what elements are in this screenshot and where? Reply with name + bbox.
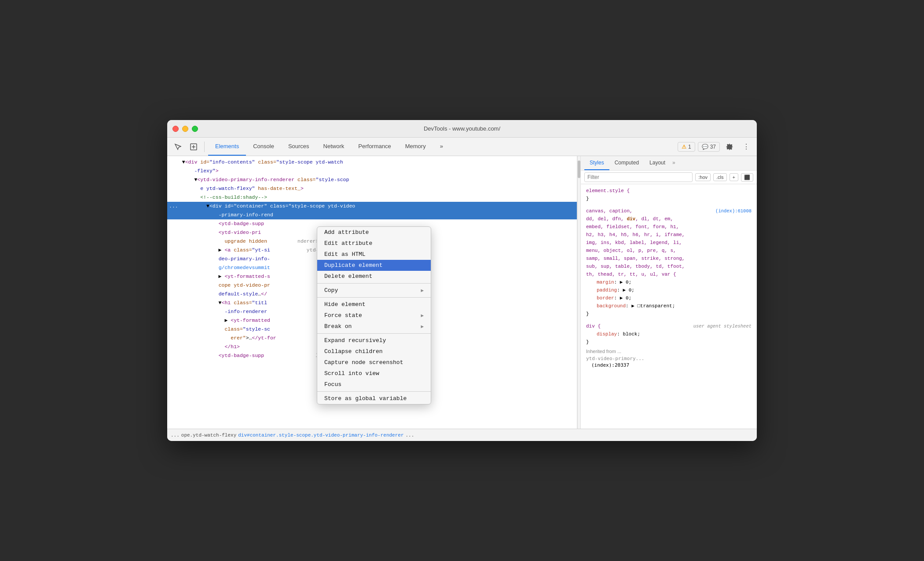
dom-line[interactable]: ▼<ytd-video-primary-info-renderer class=… (167, 175, 577, 184)
breadcrumb-dots-end: ... (406, 433, 414, 438)
minimize-button[interactable] (182, 126, 188, 132)
ctx-duplicate-element[interactable]: Duplicate element (317, 260, 431, 271)
maximize-button[interactable] (192, 126, 198, 132)
ctx-edit-as-html[interactable]: Edit as HTML (317, 249, 431, 260)
dom-line[interactable]: <!--css-build:shady--> (167, 193, 577, 202)
tab-console[interactable]: Console (246, 138, 281, 156)
ctx-separator-1 (317, 283, 431, 284)
panel-tabs: Styles Computed Layout » (581, 156, 757, 171)
info-count: 37 (710, 144, 716, 150)
breadcrumb-bar: ... ope.ytd-watch-flexy div#container.st… (167, 429, 757, 441)
dom-line-highlighted[interactable]: ... ▼<div id="container" class="style-sc… (167, 202, 577, 211)
submenu-arrow: ▶ (421, 288, 424, 293)
tab-layout[interactable]: Layout (644, 156, 671, 170)
more-options-button[interactable]: ⋮ (739, 141, 753, 153)
ctx-force-state[interactable]: Force state ▶ (317, 310, 431, 321)
ctx-delete-element[interactable]: Delete element (317, 271, 431, 282)
ctx-capture-node-screenshot[interactable]: Capture node screenshot (317, 357, 431, 368)
info-badge-button[interactable]: 💬 37 (698, 142, 720, 152)
info-icon: 💬 (702, 144, 708, 150)
dom-line[interactable]: -flexy"> (167, 167, 577, 175)
warning-icon: ⚠ (682, 144, 686, 150)
cursor-icon (174, 143, 181, 150)
toolbar-separator (204, 142, 205, 152)
breadcrumb-dots-start: ... (171, 433, 180, 438)
gear-icon (726, 143, 733, 150)
inherited-label: Inherited from ... (581, 347, 757, 356)
ctx-separator-3 (317, 333, 431, 334)
dom-line[interactable]: e ytd-watch-flexy" has-date-text_> (167, 184, 577, 193)
traffic-lights (172, 126, 198, 132)
styles-panel: Styles Computed Layout » :hov .cls + ⬛ (581, 156, 757, 429)
ctx-break-on[interactable]: Break on ▶ (317, 321, 431, 332)
dom-line-highlighted[interactable]: -primary-info-rend (167, 211, 577, 219)
main-content: ▼<div id="info-contents" class="style-sc… (167, 156, 757, 429)
styles-filter-bar: :hov .cls + ⬛ (581, 171, 757, 184)
ctx-separator-4 (317, 391, 431, 392)
warning-count: 1 (688, 144, 691, 150)
tab-styles[interactable]: Styles (584, 156, 609, 170)
window-title: DevTools - www.youtube.com/ (424, 125, 500, 132)
ctx-expand-recursively[interactable]: Expand recursively (317, 335, 431, 346)
inherited-selector: ytd-video-primory... (581, 356, 757, 361)
dom-scrollbar[interactable] (577, 156, 581, 429)
add-style-rule-button[interactable]: + (730, 173, 738, 181)
styles-content[interactable]: element.style { } canvas, caption, (inde… (581, 184, 757, 429)
breadcrumb-current[interactable]: div#container.style-scope.ytd-video-prim… (238, 433, 403, 438)
submenu-arrow-2: ▶ (421, 313, 424, 318)
tab-computed[interactable]: Computed (609, 156, 644, 170)
devtools-window: DevTools - www.youtube.com/ Elements Con… (167, 120, 757, 441)
tab-performance[interactable]: Performance (351, 138, 398, 156)
title-bar: DevTools - www.youtube.com/ (167, 120, 757, 138)
tab-bar: Elements Console Sources Network Perform… (208, 138, 676, 156)
dom-panel[interactable]: ▼<div id="info-contents" class="style-sc… (167, 156, 577, 429)
tab-elements[interactable]: Elements (208, 138, 246, 156)
tab-network[interactable]: Network (316, 138, 352, 156)
style-selector: element.style { (586, 188, 630, 193)
ua-comment: user agent stylesheet (693, 322, 752, 330)
cursor-tool-button[interactable] (171, 142, 185, 152)
warning-badge-button[interactable]: ⚠ 1 (678, 142, 695, 152)
style-props-block: margin: ▶ 0; padding: ▶ 0; border: ▶ 0; … (586, 278, 752, 310)
close-button[interactable] (172, 126, 179, 132)
toggle-computed-button[interactable]: ⬛ (741, 173, 753, 182)
ctx-hide-element[interactable]: Hide element (317, 299, 431, 310)
style-selector-2: canvas, caption, (586, 208, 633, 214)
style-selector-div: div { (586, 324, 601, 329)
style-rule-div: div { user agent stylesheet display: blo… (581, 321, 757, 347)
ctx-focus[interactable]: Focus (317, 379, 431, 390)
tab-sources[interactable]: Sources (281, 138, 316, 156)
toolbar-right: ⚠ 1 💬 37 ⋮ (678, 141, 753, 153)
style-rule-canvas: canvas, caption, (index):61008 dd, del, … (581, 206, 757, 319)
ctx-add-attribute[interactable]: Add attribute (317, 227, 431, 238)
breadcrumb-scope: ope.ytd-watch-flexy (181, 433, 236, 438)
ctx-collapse-children[interactable]: Collapse children (317, 346, 431, 357)
style-origin[interactable]: (index):61008 (715, 207, 752, 215)
inspect-icon (190, 143, 197, 150)
style-rule-element: element.style { } (581, 186, 757, 204)
tab-memory[interactable]: Memory (398, 138, 433, 156)
submenu-arrow-3: ▶ (421, 324, 424, 329)
scrollbar-thumb[interactable] (578, 160, 580, 178)
inherited-rule: (index):20337 (581, 361, 757, 369)
toolbar: Elements Console Sources Network Perform… (167, 138, 757, 156)
dom-line[interactable]: ▼<div id="info-contents" class="style-sc… (167, 158, 577, 167)
hov-filter-button[interactable]: :hov (695, 173, 711, 181)
vertical-dots-icon: ⋮ (743, 142, 750, 151)
inspect-button[interactable] (187, 142, 201, 152)
ctx-store-as-global-variable[interactable]: Store as global variable (317, 393, 431, 404)
tab-more-styles[interactable]: » (671, 156, 677, 170)
ctx-edit-attribute[interactable]: Edit attribute (317, 238, 431, 249)
ctx-scroll-into-view[interactable]: Scroll into view (317, 368, 431, 379)
context-menu: Add attribute Edit attribute Edit as HTM… (317, 226, 431, 404)
ctx-copy[interactable]: Copy ▶ (317, 285, 431, 296)
settings-button[interactable] (722, 142, 737, 152)
cls-filter-button[interactable]: .cls (713, 173, 727, 181)
filter-input[interactable] (584, 172, 693, 182)
ctx-separator-2 (317, 297, 431, 298)
tab-more[interactable]: » (433, 138, 450, 156)
